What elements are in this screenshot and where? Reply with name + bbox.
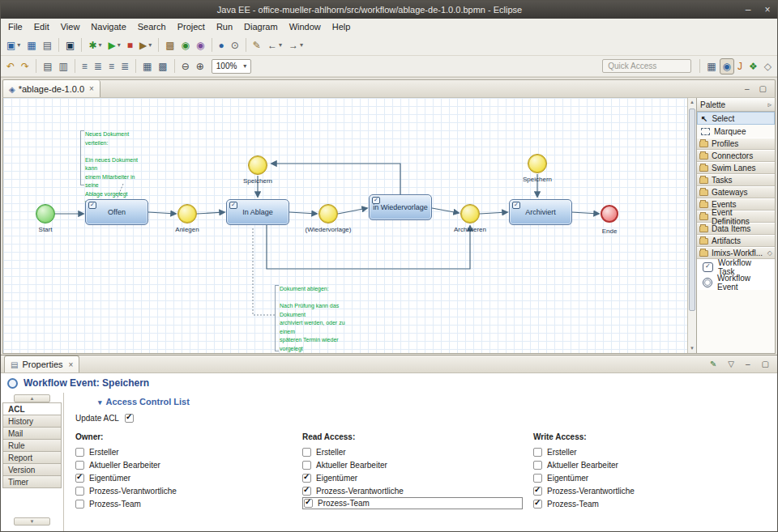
run-button[interactable]: ▶: [105, 37, 123, 53]
end-event-node[interactable]: Ende: [601, 205, 618, 223]
edit-mode-button[interactable]: ✎: [710, 360, 716, 368]
zoom-out-button[interactable]: ⊖: [178, 58, 193, 74]
checkbox[interactable]: [75, 474, 84, 483]
grid-button[interactable]: ▦: [139, 58, 155, 74]
flow-inwiedervorlage-speichern1[interactable]: [271, 164, 400, 194]
side-tabs-scroll-down-icon[interactable]: [14, 517, 50, 526]
maximize-view-button[interactable]: ▢: [762, 360, 769, 368]
palette-category[interactable]: Event Definitions: [697, 211, 775, 223]
scrollbar-thumb[interactable]: [689, 109, 695, 311]
side-tabs-scroll-up-icon[interactable]: [14, 394, 50, 402]
minimize-view-button[interactable]: –: [746, 360, 750, 368]
redo-button[interactable]: ↷: [18, 58, 32, 74]
menu-item[interactable]: Search: [132, 19, 172, 35]
checkbox[interactable]: [302, 448, 311, 457]
side-tab-report[interactable]: Report: [2, 451, 62, 464]
print-button[interactable]: ▤: [40, 37, 55, 53]
console-button[interactable]: ▣: [62, 37, 78, 53]
task-offen-node[interactable]: Offen: [85, 199, 148, 225]
menu-item[interactable]: File: [2, 19, 28, 35]
task-archiviert-node[interactable]: Archiviert: [509, 199, 572, 225]
debug-button[interactable]: ✱: [85, 37, 105, 53]
palette-header[interactable]: Palette: [697, 98, 775, 112]
bpmn-canvas[interactable]: Neues Dokument verteilen: Ein neues Doku…: [3, 98, 687, 353]
flow-inablage-archivieren-loop[interactable]: [267, 225, 470, 269]
palette-category[interactable]: Gateways: [697, 186, 775, 198]
palette-category[interactable]: Connectors: [697, 150, 775, 162]
checkbox[interactable]: [75, 448, 84, 457]
menu-item[interactable]: Project: [172, 19, 211, 35]
acl-section-header[interactable]: Access Control List: [98, 397, 777, 406]
task-in-ablage-node[interactable]: In Ablage: [226, 199, 289, 225]
debug-perspective-button[interactable]: ❖: [746, 58, 761, 74]
checkbox[interactable]: [533, 461, 542, 470]
side-tab-mail[interactable]: Mail: [2, 427, 62, 440]
event-archivieren-node[interactable]: Archivieren: [460, 204, 480, 223]
new-class-button[interactable]: ◉: [178, 37, 193, 53]
association-annotation2[interactable]: [253, 228, 275, 315]
checkbox[interactable]: [533, 487, 542, 496]
checkbox[interactable]: [75, 487, 84, 496]
flow-archiviert-ende[interactable]: [571, 212, 599, 214]
side-tab-version[interactable]: Version: [2, 463, 62, 476]
javaee-perspective-button[interactable]: ◉: [720, 58, 734, 74]
palette-category[interactable]: Swim Lanes: [697, 162, 775, 174]
new-package-button[interactable]: ▩: [162, 37, 177, 53]
paste-button[interactable]: ▥: [55, 58, 71, 74]
web-perspective-button[interactable]: ◇: [761, 58, 775, 74]
flow-inwiedervorlage-archivieren[interactable]: [432, 208, 459, 213]
stop-button[interactable]: ■: [124, 37, 136, 53]
section-collapse-icon[interactable]: [98, 397, 102, 406]
maximize-editor-button[interactable]: [759, 84, 767, 93]
event-anlegen-node[interactable]: Anlegen: [177, 204, 197, 223]
menu-item[interactable]: Window: [284, 19, 327, 35]
menu-item[interactable]: Run: [211, 19, 238, 35]
layers-button[interactable]: ▩: [155, 58, 170, 74]
update-acl-checkbox[interactable]: [125, 414, 134, 423]
annotation-dokument-ablegen[interactable]: Dokument ablegen: Nach Prüfung kann das …: [275, 285, 359, 351]
search-button[interactable]: ⊙: [228, 37, 242, 53]
palette-marquee-tool[interactable]: Marquee: [697, 125, 775, 138]
distribute-vertical-button[interactable]: ≣: [118, 58, 132, 74]
checkbox[interactable]: [533, 448, 542, 457]
event-wiedervorlage-node[interactable]: (Wiedervorlage): [318, 204, 338, 223]
start-event-node[interactable]: Start: [36, 204, 55, 223]
event-speichern-1-node[interactable]: Speichern: [248, 155, 267, 175]
checkbox[interactable]: [75, 461, 84, 470]
editor-tab-close-button[interactable]: ×: [89, 84, 94, 93]
palette-pin-icon[interactable]: [767, 100, 772, 109]
view-menu-button[interactable]: ▽: [728, 360, 734, 368]
menu-item[interactable]: View: [55, 19, 86, 35]
flow-inablage-wiedervorlage[interactable]: [289, 212, 317, 214]
save-button[interactable]: ▦: [24, 37, 39, 53]
window-close-button[interactable]: ×: [758, 4, 777, 15]
side-tab-acl[interactable]: ACL: [2, 402, 62, 415]
flow-wiedervorlage-inwiedervorlage[interactable]: [338, 208, 367, 214]
event-speichern-2-node[interactable]: Speichern: [528, 154, 547, 173]
java-perspective-button[interactable]: J: [734, 58, 746, 74]
palette-select-tool[interactable]: Select: [697, 112, 775, 125]
side-tab-rule[interactable]: Rule: [2, 439, 62, 452]
new-interface-button[interactable]: ◉: [193, 37, 207, 53]
last-edit-location-button[interactable]: ✎: [250, 37, 264, 53]
flow-offen-anlegen[interactable]: [148, 212, 176, 214]
checkbox[interactable]: [533, 474, 542, 483]
open-web-browser-button[interactable]: ●: [216, 37, 228, 53]
properties-tab-close-button[interactable]: ×: [69, 360, 74, 369]
align-horizontal-button[interactable]: ≡: [79, 58, 91, 74]
properties-tab[interactable]: Properties ×: [4, 355, 79, 372]
palette-item-workflow-event[interactable]: Workflow Event: [697, 275, 775, 290]
menu-item[interactable]: Diagram: [238, 19, 284, 35]
side-tab-history[interactable]: History: [2, 415, 62, 428]
checkbox[interactable]: [302, 474, 311, 483]
zoom-level-select[interactable]: 100%: [212, 59, 252, 74]
checkbox[interactable]: [304, 499, 313, 508]
coverage-button[interactable]: ▶: [136, 37, 155, 53]
quick-access-input[interactable]: [602, 59, 691, 73]
checkbox[interactable]: [75, 500, 84, 509]
menu-item[interactable]: Navigate: [85, 19, 131, 35]
checkbox[interactable]: [302, 461, 311, 470]
palette-category[interactable]: Profiles: [697, 138, 775, 150]
palette-item-workflow-task[interactable]: Workflow Task: [697, 259, 775, 275]
distribute-horizontal-button[interactable]: ≡: [105, 58, 118, 74]
